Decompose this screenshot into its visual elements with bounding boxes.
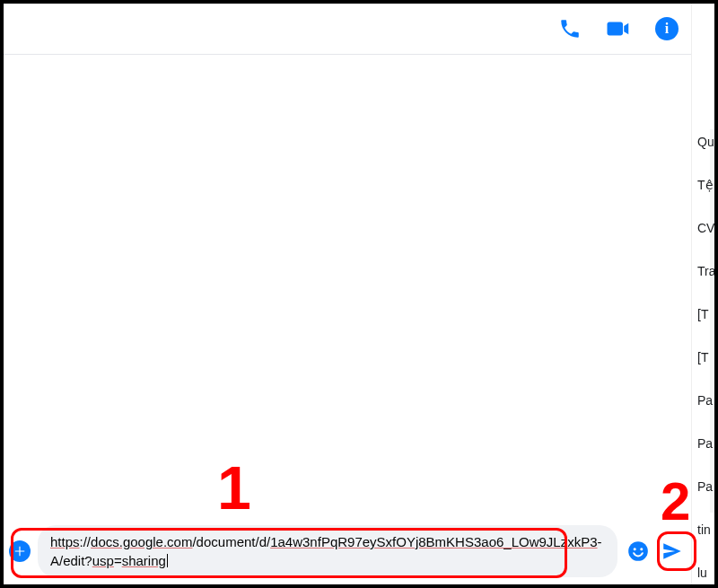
send-icon: [661, 540, 684, 563]
svg-point-2: [640, 548, 643, 550]
svg-point-0: [628, 541, 648, 561]
conversation-info-button[interactable]: i: [652, 13, 682, 44]
add-attachment-button[interactable]: [9, 540, 31, 562]
emoji-button[interactable]: [625, 538, 652, 565]
phone-icon: [558, 17, 582, 40]
message-input[interactable]: https://docs.google.com/document/d/1a4w3…: [38, 525, 617, 577]
message-composer: https://docs.google.com/document/d/1a4w3…: [4, 520, 691, 584]
chat-header: i: [4, 4, 691, 54]
sidebar-item[interactable]: tin: [697, 517, 714, 542]
chat-pane: i https://docs.google.com/document/d/1a4…: [4, 4, 691, 584]
conversation-area: [4, 55, 691, 520]
svg-point-1: [634, 548, 636, 550]
app-frame: i https://docs.google.com/document/d/1a4…: [0, 0, 718, 588]
call-button[interactable]: [555, 13, 585, 44]
plus-icon: [13, 545, 26, 557]
sidebar-item[interactable]: lu: [697, 560, 714, 584]
scrollbar-track[interactable]: [710, 129, 714, 513]
send-button[interactable]: [659, 538, 686, 565]
video-icon: [605, 15, 632, 42]
video-call-button[interactable]: [603, 13, 634, 44]
emoji-icon: [626, 540, 650, 563]
info-icon: i: [655, 17, 679, 40]
